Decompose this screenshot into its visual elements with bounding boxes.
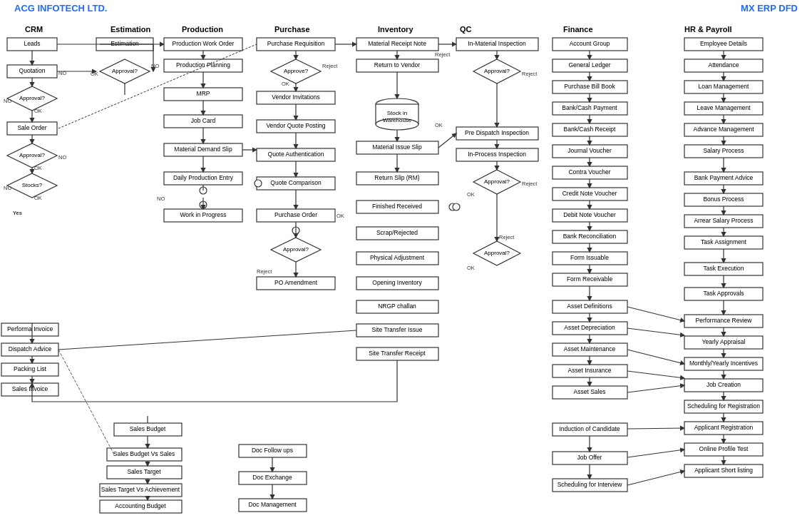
svg-text:Approval?: Approval? <box>283 246 309 253</box>
svg-text:Vendor Quote Posting: Vendor Quote Posting <box>266 122 325 129</box>
svg-text:Asset Depreciation: Asset Depreciation <box>564 324 615 331</box>
svg-text:Doc Management: Doc Management <box>248 501 297 508</box>
sales-invoice-box: Sales Invoice <box>1 383 58 396</box>
form-receivable-box: Form Receivable <box>553 273 627 286</box>
sched-reg-box: Scheduling for Registration <box>684 400 763 413</box>
svg-text:Estimation: Estimation <box>111 40 139 47</box>
svg-text:Task Assignment: Task Assignment <box>701 238 746 245</box>
bank-payment-advice-box: Bank Payment Advice <box>684 172 763 185</box>
reject-label-qc2: Reject <box>522 181 538 187</box>
yearly-appraisal-box: Yearly Appraisal <box>684 336 763 349</box>
purch-approval2-diamond: Approval? <box>271 238 321 262</box>
packing-list-box: Packing List <box>1 363 58 376</box>
svg-text:Performa Invoice: Performa Invoice <box>7 325 53 332</box>
leads-box: Leads <box>7 38 57 51</box>
svg-line-223 <box>438 133 456 148</box>
task-assign-box: Task Assignment <box>684 236 763 249</box>
svg-text:Bank Payment Advice: Bank Payment Advice <box>694 174 754 181</box>
credit-note-voucher-box: Credit Note Voucher <box>553 188 627 200</box>
reject-label-qc3: Reject <box>499 234 515 240</box>
svg-text:Work in Progress: Work in Progress <box>180 211 226 218</box>
svg-text:Approval?: Approval? <box>484 250 510 256</box>
return-vendor-box: Return to Vendor <box>356 59 438 72</box>
svg-text:Credit Note Voucher: Credit Note Voucher <box>562 190 617 197</box>
svg-text:Form Receivable: Form Receivable <box>567 275 613 283</box>
svg-text:Site Transfer Issue: Site Transfer Issue <box>372 326 423 333</box>
bank-cash-payment-box: Bank/Cash Payment <box>553 102 627 115</box>
svg-text:Doc Exchange: Doc Exchange <box>252 474 292 481</box>
mat-demand-slip-box: Material Demand Slip <box>164 143 242 156</box>
svg-text:Advance Management: Advance Management <box>693 126 754 133</box>
no-label-3: NO <box>58 154 66 161</box>
svg-text:Return to Vendor: Return to Vendor <box>374 61 420 68</box>
svg-text:Asset Insurance: Asset Insurance <box>568 367 612 374</box>
svg-line-266 <box>627 307 684 321</box>
task-exec-box: Task Execution <box>684 263 763 275</box>
journal-voucher-box: Journal Voucher <box>553 145 627 158</box>
diagram-container: CRM Estimation Production Purchase Inven… <box>0 16 812 518</box>
reject-label-purch: Reject <box>322 63 338 69</box>
accounting-budget-box: Accounting Budget <box>100 500 182 513</box>
svg-text:Purchase Order: Purchase Order <box>274 211 317 218</box>
sales-target-vs-ach-box: Sales Target Vs Achievement <box>100 484 182 497</box>
svg-text:Applicant Registration: Applicant Registration <box>694 424 754 431</box>
job-offer-box: Job Offer <box>553 452 627 464</box>
svg-text:Sales Budget: Sales Budget <box>130 425 166 432</box>
svg-text:Asset Maintenance: Asset Maintenance <box>564 345 616 352</box>
svg-line-268 <box>627 350 684 364</box>
no-label-1: NO <box>58 70 66 76</box>
svg-text:In-Material Inspection: In-Material Inspection <box>468 40 526 47</box>
svg-text:In-Process Inspection: In-Process Inspection <box>468 151 526 158</box>
svg-text:Stock in: Stock in <box>387 110 407 116</box>
svg-text:Job Card: Job Card <box>191 117 216 124</box>
scrap-rejected-box: Scrap/Rejected <box>356 227 438 240</box>
circle-purch-1 <box>255 180 262 187</box>
svg-text:Induction of Candidate: Induction of Candidate <box>559 425 620 432</box>
sales-budget-box: Sales Budget <box>114 423 182 436</box>
svg-text:Journal Voucher: Journal Voucher <box>567 147 612 154</box>
svg-text:Task Approvals: Task Approvals <box>703 290 744 297</box>
nrgp-challan-box: NRGP challan <box>356 300 438 313</box>
doc-followups-box: Doc Follow ups <box>239 445 307 457</box>
doc-exchange-box: Doc Exchange <box>239 472 307 484</box>
svg-line-269 <box>627 371 684 378</box>
asset-ins-box: Asset Insurance <box>553 365 627 377</box>
svg-text:Scheduling for Interview: Scheduling for Interview <box>557 481 623 488</box>
mat-receipt-note-box: Material Receipt Note <box>356 38 438 51</box>
mrp-box: MRP <box>164 88 242 101</box>
svg-text:PO Amendment: PO Amendment <box>274 279 318 286</box>
svg-text:Attendance: Attendance <box>708 61 739 68</box>
advance-mgmt-box: Advance Management <box>684 123 763 136</box>
yes-label: Yes <box>13 210 22 216</box>
site-transfer-issue-box: Site Transfer Issue <box>356 324 438 337</box>
svg-text:General Ledger: General Ledger <box>568 61 610 68</box>
dispatch-advice-box: Dispatch Advice <box>1 343 58 356</box>
ok-label-purch: OK <box>282 81 289 87</box>
doc-mgmt-box: Doc Management <box>239 499 307 512</box>
quote-comp-box: Quote Comparison <box>257 177 335 190</box>
crm-approval-diamond: Approval? <box>7 86 57 111</box>
bank-reconciliation-box: Bank Reconciliation <box>553 230 627 243</box>
no-label-4: NO <box>4 185 11 191</box>
svg-text:Physical Adjustment: Physical Adjustment <box>370 254 425 261</box>
svg-line-272 <box>627 450 684 457</box>
no-label-est: NO <box>151 63 159 69</box>
svg-text:Packing List: Packing List <box>14 365 46 372</box>
inventory-label: Inventory <box>378 25 413 34</box>
qc-label: QC <box>460 25 472 34</box>
app-reg-box: Applicant Registration <box>684 422 763 435</box>
production-label: Production <box>182 25 223 34</box>
svg-text:Material Demand Slip: Material Demand Slip <box>174 146 232 153</box>
svg-text:Vendor Invitations: Vendor Invitations <box>272 93 320 101</box>
bonus-process-box: Bonus Process <box>684 193 763 206</box>
svg-text:Job Creation: Job Creation <box>706 381 741 388</box>
circle-qc-1 <box>453 203 460 210</box>
company-name: ACG INFOTECH LTD. <box>14 3 107 14</box>
svg-text:Dispatch Advice: Dispatch Advice <box>9 345 52 352</box>
svg-text:Leads: Leads <box>24 40 40 47</box>
svg-text:Quote Authentication: Quote Authentication <box>268 151 324 158</box>
vendor-inv-box: Vendor Invitations <box>257 91 335 104</box>
ok-label-po: OK <box>336 213 344 219</box>
reject-label-qc1: Reject <box>522 71 538 77</box>
diagram-title: MX ERP DFD <box>741 3 798 14</box>
